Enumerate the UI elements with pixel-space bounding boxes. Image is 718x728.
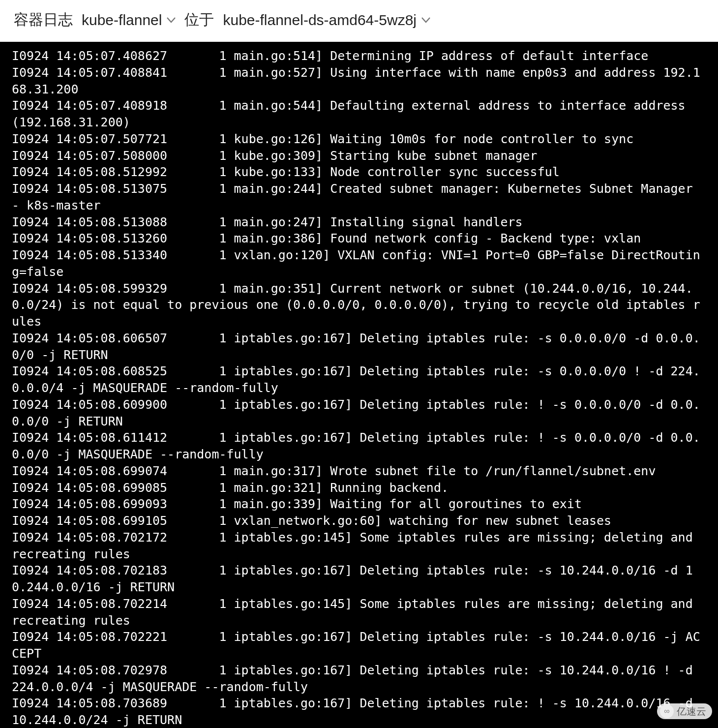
- container-name: kube-flannel: [82, 12, 162, 29]
- location-label: 位于: [184, 10, 214, 30]
- pod-dropdown[interactable]: kube-flannel-ds-amd64-5wz8j: [223, 12, 430, 29]
- log-header: 容器日志 kube-flannel 位于 kube-flannel-ds-amd…: [0, 0, 718, 42]
- chevron-down-icon: [167, 17, 176, 23]
- log-output[interactable]: I0924 14:05:07.408627 1 main.go:514] Det…: [0, 42, 718, 728]
- pod-name: kube-flannel-ds-amd64-5wz8j: [223, 12, 417, 29]
- container-dropdown[interactable]: kube-flannel: [82, 12, 176, 29]
- watermark-text: 亿速云: [677, 705, 706, 718]
- container-logs-label: 容器日志: [14, 10, 73, 30]
- watermark-icon: ∞: [660, 704, 674, 718]
- watermark: ∞ 亿速云: [657, 703, 712, 719]
- chevron-down-icon: [421, 17, 430, 23]
